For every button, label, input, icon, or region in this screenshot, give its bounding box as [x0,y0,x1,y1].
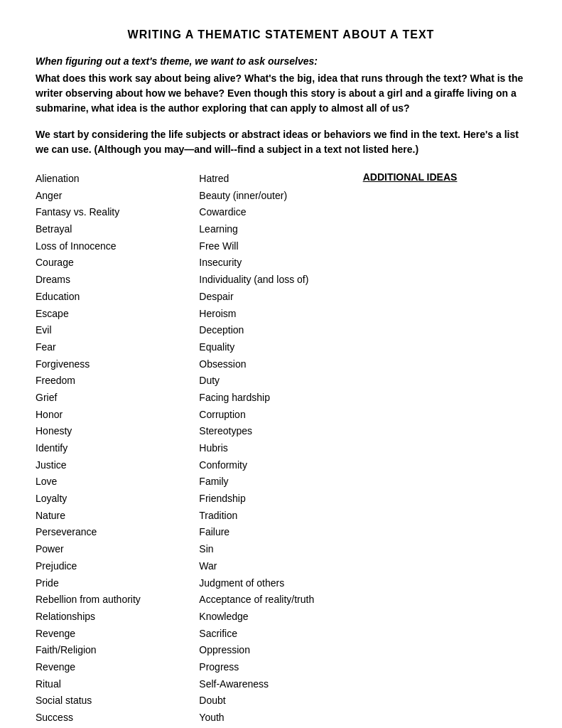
intro-body: What does this work say about being aliv… [36,71,526,116]
column-1: AlienationAngerFantasy vs. RealityBetray… [36,171,199,728]
list-item: Success [36,710,199,726]
list-item: Revenge [36,626,199,642]
list-item: Dreams [36,272,199,288]
intro-second: We start by considering the life subject… [36,127,526,157]
list-item: Love [36,474,199,490]
list-item: Faith/Religion [36,643,199,658]
list-item: Revenge [36,660,199,675]
list-item: Duty [199,373,362,389]
list-item: Cowardice [199,205,362,220]
list-item: Hubris [199,441,362,456]
column-2: HatredBeauty (inner/outer)CowardiceLearn… [199,171,362,728]
list-item: Equality [199,340,362,355]
list-item: Ritual [36,677,199,692]
list-item: Power [36,542,199,557]
list-item: Perseverance [36,525,199,540]
list-item: Education [36,289,199,305]
list-item: Hatred [199,171,362,187]
list-item: Honesty [36,424,199,439]
list-item: Despair [199,289,362,305]
list-item: Knowledge [199,609,362,625]
list-item: Anger [36,188,199,204]
list-item: Tradition [199,508,362,524]
list-item: Freedom [36,373,199,389]
list-item: Courage [36,255,199,271]
list-item: Escape [36,306,199,322]
list-item: Sin [199,542,362,557]
list-item: Sacrifice [199,626,362,642]
list-item: Beauty (inner/outer) [199,188,362,204]
list-item: Judgment of others [199,576,362,592]
list-item: Identify [36,441,199,456]
list-item: Fear [36,340,199,355]
column-3: ADDITIONAL IDEAS [363,171,526,728]
list-item: Grief [36,390,199,406]
list-item: Loyalty [36,491,199,507]
list-item: Prejudice [36,559,199,574]
list-item: Oppression [199,643,362,658]
list-item: Deception [199,323,362,338]
list-item: Friendship [199,491,362,507]
list-item: Insecurity [199,255,362,271]
page-title: WRITING A THEMATIC STATEMENT ABOUT A TEX… [36,28,526,41]
list-item: Self-Awareness [199,677,362,692]
list-item: Relationships [36,609,199,625]
list-item: Free Will [199,239,362,255]
list-item: Obsession [199,357,362,373]
list-item: Conformity [199,458,362,473]
list-item: Progress [199,660,362,675]
list-item: Pride [36,576,199,592]
list-item: Social status [36,693,199,709]
list-item: Betrayal [36,222,199,237]
list-item: Honor [36,407,199,423]
additional-ideas-header: ADDITIONAL IDEAS [363,171,526,183]
intro-italic: When figuring out a text's theme, we wan… [36,55,526,67]
columns-container: AlienationAngerFantasy vs. RealityBetray… [36,171,526,728]
list-item: Learning [199,222,362,237]
list-item: Rebellion from authority [36,592,199,608]
list-item: Doubt [199,693,362,709]
list-item: Fantasy vs. Reality [36,205,199,220]
list-item: Family [199,474,362,490]
list-item: Heroism [199,306,362,322]
list-item: Youth [199,710,362,726]
list-item: Individuality (and loss of) [199,272,362,288]
list-item: Nature [36,508,199,524]
list-item: Acceptance of reality/truth [199,592,362,608]
list-item: Loss of Innocence [36,239,199,255]
list-item: War [199,559,362,574]
list-item: Stereotypes [199,424,362,439]
list-item: Failure [199,525,362,540]
list-item: Forgiveness [36,357,199,373]
list-item: Corruption [199,407,362,423]
list-item: Evil [36,323,199,338]
list-item: Facing hardship [199,390,362,406]
list-item: Justice [36,458,199,473]
list-item: Alienation [36,171,199,187]
